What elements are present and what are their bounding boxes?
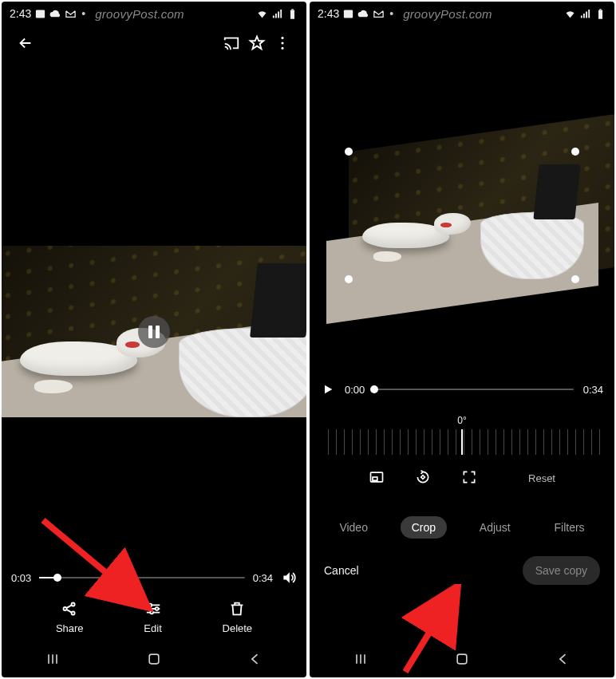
- svg-rect-20: [457, 654, 467, 664]
- edit-button[interactable]: Edit: [144, 600, 161, 634]
- cloud-icon: [49, 8, 61, 20]
- video-seek-bar[interactable]: 0:03 0:34: [2, 562, 306, 594]
- crop-preview[interactable]: [349, 152, 575, 279]
- rotation-ruler[interactable]: [321, 429, 603, 455]
- svg-point-6: [64, 607, 67, 610]
- nav-back[interactable]: [246, 649, 265, 669]
- phone-right: 2:43 • groovyPost.com: [310, 2, 614, 677]
- volume-icon[interactable]: [281, 570, 297, 586]
- battery-icon: [594, 8, 606, 20]
- status-time: 2:43: [318, 7, 339, 20]
- tab-adjust[interactable]: Adjust: [468, 516, 522, 539]
- crop-handle-br[interactable]: [571, 275, 579, 283]
- svg-rect-15: [598, 10, 602, 18]
- tab-filters[interactable]: Filters: [543, 516, 595, 539]
- android-nav-bar: [2, 641, 306, 677]
- share-icon: [61, 600, 78, 618]
- signal-icon: [271, 8, 283, 20]
- image-icon: [342, 8, 354, 20]
- svg-point-11: [150, 611, 153, 614]
- overflow-menu-icon[interactable]: [270, 30, 295, 56]
- aspect-ratio-button[interactable]: [369, 469, 385, 488]
- android-nav-bar: [310, 641, 614, 677]
- svg-point-8: [72, 611, 75, 614]
- battery-icon: [286, 8, 298, 20]
- seek-track[interactable]: [39, 577, 244, 578]
- tab-video[interactable]: Video: [328, 516, 379, 539]
- watermark-text: groovyPost.com: [403, 7, 492, 21]
- wifi-icon: [564, 8, 576, 20]
- delete-button[interactable]: Delete: [223, 600, 253, 634]
- status-more: •: [389, 7, 393, 20]
- svg-point-3: [281, 37, 283, 39]
- gmail-icon: [373, 8, 385, 20]
- rotation-angle: 0°: [310, 415, 614, 426]
- crop-handle-bl[interactable]: [345, 275, 353, 283]
- watermark-text: groovyPost.com: [95, 7, 184, 21]
- crop-tool-row: Reset: [310, 469, 614, 488]
- edit-sliders-icon: [144, 600, 162, 618]
- nav-home[interactable]: [452, 649, 472, 669]
- trash-icon: [228, 600, 246, 618]
- nav-recents[interactable]: [351, 649, 370, 669]
- svg-rect-0: [36, 10, 45, 18]
- rotate-button[interactable]: [415, 469, 431, 488]
- svg-rect-16: [599, 9, 602, 10]
- status-time: 2:43: [10, 7, 31, 20]
- svg-rect-18: [373, 477, 377, 480]
- video-preview[interactable]: [2, 246, 306, 417]
- favorite-icon[interactable]: [244, 30, 270, 56]
- svg-point-5: [281, 47, 283, 49]
- edit-seek-track[interactable]: [374, 389, 573, 390]
- svg-rect-1: [290, 10, 294, 18]
- expand-button[interactable]: [461, 469, 477, 488]
- nav-recents[interactable]: [43, 649, 62, 669]
- action-bar: Share Edit Delete: [2, 594, 306, 641]
- svg-rect-2: [291, 9, 294, 10]
- svg-point-7: [72, 602, 75, 606]
- share-label: Share: [56, 622, 84, 634]
- svg-point-4: [281, 41, 283, 44]
- seek-current: 0:03: [11, 572, 31, 584]
- crop-handle-tr[interactable]: [571, 148, 579, 156]
- svg-rect-19: [421, 476, 425, 480]
- edit-seek-total: 0:34: [583, 384, 603, 396]
- cancel-button[interactable]: Cancel: [324, 564, 359, 577]
- photo-toolbar: [2, 24, 306, 62]
- edit-seek-current: 0:00: [345, 384, 365, 396]
- tab-crop[interactable]: Crop: [401, 516, 447, 539]
- seek-total: 0:34: [253, 572, 273, 584]
- svg-point-10: [155, 607, 158, 610]
- delete-label: Delete: [223, 622, 253, 634]
- cloud-icon: [357, 8, 369, 20]
- edit-label: Edit: [144, 622, 161, 634]
- pause-icon[interactable]: [138, 316, 170, 348]
- play-button[interactable]: [321, 382, 335, 397]
- nav-home[interactable]: [144, 649, 164, 669]
- status-more: •: [81, 7, 85, 20]
- cast-icon[interactable]: [219, 30, 244, 56]
- share-button[interactable]: Share: [56, 600, 84, 634]
- reset-button[interactable]: Reset: [528, 472, 555, 484]
- nav-back[interactable]: [554, 649, 573, 669]
- gmail-icon: [65, 8, 77, 20]
- wifi-icon: [256, 8, 268, 20]
- status-bar: 2:43 • groovyPost.com: [310, 2, 614, 24]
- svg-rect-12: [149, 654, 159, 664]
- svg-rect-14: [344, 10, 353, 18]
- edit-tabs: Video Crop Adjust Filters: [310, 516, 614, 539]
- crop-handle-tl[interactable]: [345, 148, 353, 156]
- status-bar: 2:43 • groovyPost.com: [2, 2, 306, 24]
- image-icon: [34, 8, 46, 20]
- phone-left: 2:43 • groovyPost.com: [2, 2, 306, 677]
- edit-bottom-bar: Cancel Save copy: [310, 539, 614, 593]
- svg-point-9: [148, 604, 152, 607]
- edit-seek-bar: 0:00 0:34: [310, 375, 614, 404]
- signal-icon: [579, 8, 591, 20]
- back-button[interactable]: [13, 30, 38, 56]
- save-copy-button[interactable]: Save copy: [523, 556, 600, 585]
